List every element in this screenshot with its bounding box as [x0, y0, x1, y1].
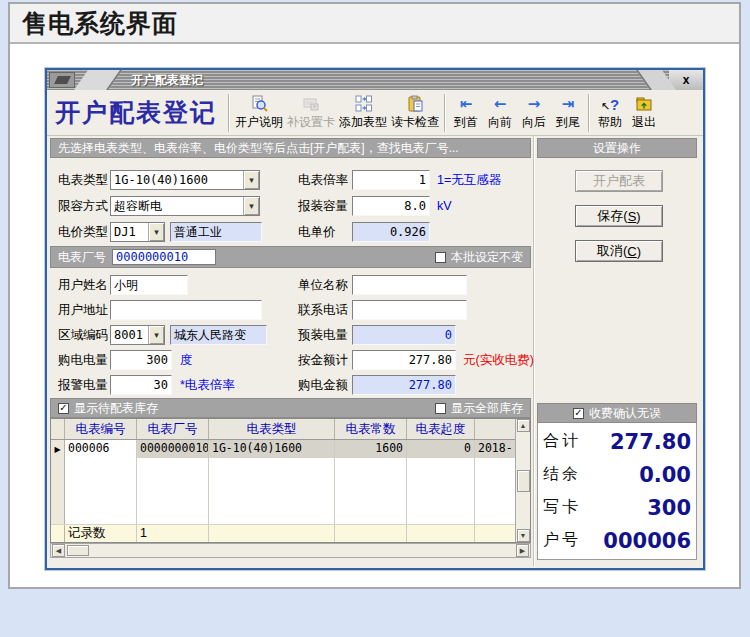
cell-factory-no: 0000000010: [137, 440, 209, 458]
nav-first-icon: ⇤: [460, 95, 473, 113]
toolbar-button-read-card-check[interactable]: 读卡检查: [389, 95, 441, 131]
toolbar-button-prev[interactable]: ← 向前: [483, 95, 517, 131]
scroll-up-icon[interactable]: ▲: [517, 419, 530, 432]
scroll-right-icon[interactable]: ▶: [516, 544, 529, 557]
account-no-label: 户号: [543, 530, 581, 551]
empty-cell: [209, 458, 335, 524]
region-select[interactable]: 8001 ▾: [110, 325, 165, 345]
app-card: 售电系统界面 开户配表登记 x 开户配表登记: [8, 2, 741, 589]
price-type-desc: 普通工业: [170, 222, 262, 242]
card-setup-icon: *: [302, 95, 320, 113]
toolbar-button-label: 补设置卡: [287, 114, 335, 131]
cell-constant: 1600: [335, 440, 407, 458]
show-all-stock-label: 显示全部库存: [451, 400, 523, 417]
empty-cell: [209, 525, 335, 542]
chevron-down-icon[interactable]: ▾: [243, 171, 259, 189]
price-type-select[interactable]: DJ1 ▾: [110, 222, 165, 242]
buy-qty-label: 购电电量: [58, 350, 108, 370]
toolbar-separator: [444, 94, 446, 132]
toolbar-button-label: 向前: [488, 114, 512, 131]
save-label: 保存(: [597, 207, 627, 225]
empty-cell: [475, 458, 515, 524]
chevron-down-icon[interactable]: ▾: [243, 197, 259, 215]
total-row: 合计 277.80: [543, 430, 691, 454]
phone-input[interactable]: [352, 300, 467, 320]
dialog-window: 开户配表登记 x 开户配表登记 开户说明 *: [45, 68, 705, 570]
empty-cell: [335, 458, 407, 524]
batch-keep-checkbox[interactable]: ✓ 本批设定不变: [435, 249, 523, 266]
page: 售电系统界面 开户配表登记 x 开户配表登记: [0, 0, 750, 637]
column-header: 电表类型: [209, 419, 335, 439]
scrollbar-thumb[interactable]: [67, 545, 89, 556]
unit-name-label: 单位名称: [298, 275, 348, 295]
checkbox-icon[interactable]: ✓: [435, 252, 446, 263]
scrollbar-track[interactable]: [517, 432, 530, 529]
column-header: 电表编号: [65, 419, 137, 439]
scroll-left-icon[interactable]: ◀: [52, 544, 65, 557]
meter-type-select[interactable]: 1G-10(40)1600 ▾: [110, 170, 260, 190]
region-desc: 城东人民路变: [170, 325, 267, 345]
toolbar-button-open-help[interactable]: 开户说明: [233, 95, 285, 131]
toolbar-button-last[interactable]: ⇥ 到尾: [551, 95, 585, 131]
cancel-button[interactable]: 取消(C): [575, 240, 663, 262]
scrollbar-thumb[interactable]: [517, 470, 530, 492]
buy-amount-label: 购电金额: [298, 375, 348, 395]
column-header: 电表起度: [407, 419, 475, 439]
row-pointer-icon: ▶: [51, 440, 65, 458]
chevron-down-icon[interactable]: ▾: [148, 223, 164, 241]
checkbox-icon[interactable]: ✓: [435, 403, 446, 414]
unit-price-value: 0.926: [352, 222, 430, 242]
ratio-label: 电表倍率: [298, 170, 348, 190]
total-row: 写卡 300: [543, 496, 691, 520]
cancel-label-end: ): [637, 244, 641, 259]
alarm-qty-input[interactable]: 30: [110, 375, 172, 395]
user-name-label: 用户姓名: [58, 275, 108, 295]
toolbar-button-next[interactable]: → 向后: [517, 95, 551, 131]
limit-mode-value: 超容断电: [111, 197, 243, 215]
capacity-label: 报装容量: [298, 196, 348, 216]
meter-type-value: 1G-10(40)1600: [111, 171, 243, 189]
region-code: 8001: [111, 326, 148, 344]
unit-name-input[interactable]: [352, 275, 467, 295]
checkbox-icon[interactable]: ✓: [58, 403, 69, 414]
chevron-down-icon[interactable]: ▾: [148, 326, 164, 344]
toolbar-button-help[interactable]: ↖? 帮助: [593, 95, 627, 131]
show-pending-stock-label: 显示待配表库存: [74, 400, 158, 417]
checkbox-icon[interactable]: ✓: [573, 408, 584, 419]
meter-no-input[interactable]: 0000000010: [112, 249, 216, 265]
price-type-code: DJ1: [111, 223, 148, 241]
capacity-input[interactable]: 8.0: [352, 196, 430, 216]
address-input[interactable]: [110, 300, 262, 320]
toolbar-button-supplement-card[interactable]: * 补设置卡: [285, 95, 337, 131]
add-meter-icon: [354, 95, 372, 113]
by-amount-input[interactable]: 277.80: [352, 350, 456, 370]
capacity-unit: kV: [437, 196, 452, 216]
vertical-scrollbar[interactable]: ▲ ▼: [515, 419, 530, 542]
row-selector-summary: [51, 525, 65, 542]
open-assign-label: 开户配表: [593, 172, 645, 190]
ratio-input[interactable]: 1: [352, 170, 430, 190]
user-name-input[interactable]: 小明: [110, 275, 188, 295]
table-row[interactable]: ▶ 000006 0000000010 1G-10(40)1600 1600 0…: [51, 440, 515, 458]
toolbar-button-add-meter-type[interactable]: 添加表型: [337, 95, 389, 131]
toolbar-heading: 开户配表登记: [55, 96, 225, 129]
limit-mode-select[interactable]: 超容断电 ▾: [110, 196, 260, 216]
alarm-qty-note: *电表倍率: [180, 375, 235, 395]
preload-value: 0: [352, 325, 456, 345]
region-label: 区域编码: [58, 325, 108, 345]
open-assign-button[interactable]: 开户配表: [575, 170, 663, 192]
show-pending-stock-checkbox[interactable]: ✓ 显示待配表库存: [58, 400, 158, 417]
toolbar-button-exit[interactable]: 退出: [627, 95, 661, 131]
save-button[interactable]: 保存(S): [575, 205, 663, 227]
totals-panel: 合计 277.80 结余 0.00 写卡 300 户号 000006: [537, 423, 697, 560]
page-title: 售电系统界面: [10, 4, 739, 44]
meter-stock-table: 电表编号 电表厂号 电表类型 电表常数 电表起度 ▶ 000006 000000…: [50, 418, 531, 543]
dialog-titlebar[interactable]: 开户配表登记 x: [47, 70, 703, 90]
titlebar-divider: [72, 70, 124, 90]
buy-qty-input[interactable]: 300: [110, 350, 172, 370]
fee-confirm-checkbox[interactable]: ✓ 收费确认无误: [573, 405, 661, 422]
show-all-stock-checkbox[interactable]: ✓ 显示全部库存: [435, 400, 523, 417]
toolbar-button-first[interactable]: ⇤ 到首: [449, 95, 483, 131]
horizontal-scrollbar[interactable]: ◀ ▶: [50, 543, 531, 558]
scroll-down-icon[interactable]: ▼: [517, 529, 530, 542]
